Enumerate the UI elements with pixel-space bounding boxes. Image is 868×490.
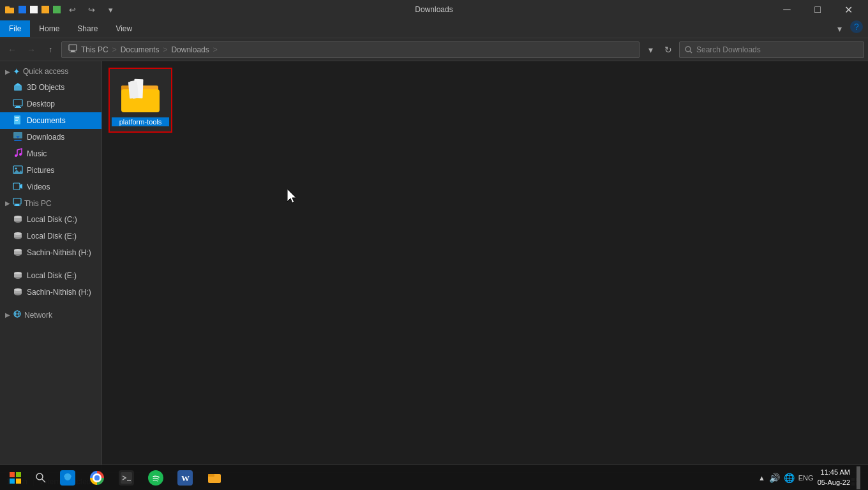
sidebar-item-documents[interactable]: Documents <box>0 112 101 129</box>
sidebar-item-3d-objects[interactable]: 3D Objects <box>0 79 101 96</box>
sidebar-section-quick-access[interactable]: ▶ ✦ Quick access <box>0 64 101 79</box>
this-pc-label: This PC <box>24 199 52 208</box>
close-button[interactable]: ✕ <box>834 0 863 19</box>
sidebar-item-local-disk-e2[interactable]: Local Disk (E:) <box>0 267 101 284</box>
up-button[interactable]: ↑ <box>42 41 59 58</box>
downloads-icon <box>13 131 23 144</box>
sidebar-item-local-disk-e[interactable]: Local Disk (E:) <box>0 228 101 244</box>
sidebar-label: Downloads <box>27 133 64 142</box>
svg-rect-13 <box>15 117 19 118</box>
tab-view[interactable]: View <box>107 20 141 37</box>
show-desktop-btn[interactable] <box>857 466 860 489</box>
tab-share[interactable]: Share <box>68 20 107 37</box>
sidebar-item-desktop[interactable]: Desktop <box>0 96 101 112</box>
svg-line-6 <box>690 51 692 53</box>
lang-label: ENG <box>798 474 814 482</box>
window-icon <box>5 4 15 15</box>
network-label: Network <box>24 311 52 320</box>
svg-rect-62 <box>16 479 21 484</box>
language-indicator[interactable]: ENG <box>798 474 814 482</box>
svg-rect-11 <box>15 107 21 108</box>
volume-icon[interactable]: 🔊 <box>769 473 780 483</box>
refresh-btn[interactable]: ↻ <box>660 41 677 58</box>
spotify-icon <box>148 470 163 486</box>
sidebar-item-local-disk-c[interactable]: Local Disk (C:) <box>0 211 101 228</box>
taskbar-app-chrome[interactable] <box>83 465 111 491</box>
svg-rect-61 <box>10 479 15 484</box>
system-clock[interactable]: 11:45 AM 05-Aug-22 <box>818 468 850 487</box>
forward-button[interactable]: → <box>23 41 40 58</box>
sidebar-item-pictures[interactable]: Pictures <box>0 162 101 179</box>
taskbar-app-edge[interactable] <box>54 465 82 491</box>
address-downloads[interactable]: Downloads <box>171 45 209 54</box>
address-dropdown-btn[interactable]: ▾ <box>642 41 659 58</box>
sidebar-label: Pictures <box>27 166 54 175</box>
app-icon-4 <box>53 6 61 13</box>
svg-rect-3 <box>71 50 75 52</box>
network-icon-tray[interactable]: 🌐 <box>784 473 795 483</box>
svg-rect-15 <box>15 120 18 121</box>
cursor <box>287 189 300 206</box>
svg-text:W: W <box>181 473 190 483</box>
ribbon: File Home Share View ▾ ? <box>0 19 868 38</box>
address-this-pc[interactable]: This PC <box>81 45 108 54</box>
window-title: Downloads <box>415 5 453 14</box>
tray-expand-btn[interactable]: ▲ <box>758 474 765 482</box>
system-tray: ▲ 🔊 🌐 <box>758 473 795 483</box>
sidebar-item-music[interactable]: Music <box>0 145 101 162</box>
taskbar-app-explorer[interactable] <box>200 465 228 491</box>
dropdown-arrow-btn[interactable]: ▾ <box>102 1 119 18</box>
network-icon <box>13 309 22 320</box>
redo-btn[interactable]: ↪ <box>83 1 100 18</box>
sidebar-section-this-pc[interactable]: ▶ This PC <box>0 195 101 211</box>
sidebar: ▶ ✦ Quick access 3D Objects Desktop Docu… <box>0 61 102 472</box>
svg-marker-25 <box>20 184 22 189</box>
sidebar-label: Documents <box>27 116 66 125</box>
sidebar-item-downloads[interactable]: Downloads <box>0 129 101 145</box>
search-bar[interactable] <box>679 41 864 58</box>
titlebar: ↩ ↪ ▾ Downloads ─ □ ✕ <box>0 0 868 19</box>
pictures-icon <box>13 165 23 177</box>
taskbar-search-button[interactable] <box>29 465 52 491</box>
search-input[interactable] <box>696 45 858 54</box>
svg-rect-27 <box>15 204 19 205</box>
sidebar-item-sachin-nithish-h[interactable]: Sachin-Nithish (H:) <box>0 244 101 261</box>
sidebar-label: Local Disk (E:) <box>27 271 77 280</box>
sidebar-section-network[interactable]: ▶ Network <box>0 307 101 323</box>
network-chevron: ▶ <box>5 311 10 318</box>
svg-point-5 <box>685 47 691 52</box>
back-button[interactable]: ← <box>4 41 20 58</box>
maximize-button[interactable]: □ <box>803 0 832 19</box>
sidebar-label: Sachin-Nithish (H:) <box>27 288 91 297</box>
taskbar-app-terminal[interactable] <box>112 465 140 491</box>
svg-rect-26 <box>13 198 21 204</box>
ribbon-right: ▾ ? <box>831 20 868 37</box>
sidebar-label: Local Disk (C:) <box>27 215 77 224</box>
disk-h2-icon <box>13 286 23 299</box>
sidebar-item-sachin-nithish-h2[interactable]: Sachin-Nithish (H:) <box>0 284 101 301</box>
navbar: ← → ↑ This PC > Documents > Downloads > … <box>0 38 868 61</box>
app-icon-2 <box>30 6 38 13</box>
taskbar: W ▲ 🔊 🌐 ENG 11:45 AM 05-Aug-22 <box>0 464 868 490</box>
tab-file[interactable]: File <box>0 20 30 37</box>
sidebar-label: Sachin-Nithish (H:) <box>27 248 91 257</box>
svg-point-67 <box>94 475 100 480</box>
sidebar-label: Videos <box>27 182 50 191</box>
sidebar-item-videos[interactable]: Videos <box>0 179 101 195</box>
address-documents[interactable]: Documents <box>121 45 160 54</box>
svg-marker-23 <box>13 170 22 174</box>
help-btn[interactable]: ? <box>850 20 863 33</box>
start-button[interactable] <box>3 465 28 491</box>
tab-home[interactable]: Home <box>30 20 68 37</box>
taskbar-app-spotify[interactable] <box>142 465 170 491</box>
address-bar[interactable]: This PC > Documents > Downloads > <box>61 41 640 58</box>
sidebar-label: Desktop <box>27 100 55 108</box>
folder-platform-tools[interactable]: platform-tools <box>108 68 172 133</box>
svg-rect-74 <box>208 474 214 477</box>
minimize-button[interactable]: ─ <box>772 0 802 19</box>
taskbar-app-word[interactable]: W <box>171 465 199 491</box>
disk-h-icon <box>13 247 23 259</box>
ribbon-collapse-btn[interactable]: ▾ <box>831 20 848 37</box>
undo-btn[interactable]: ↩ <box>64 1 80 18</box>
folder-label[interactable]: platform-tools <box>112 117 169 126</box>
